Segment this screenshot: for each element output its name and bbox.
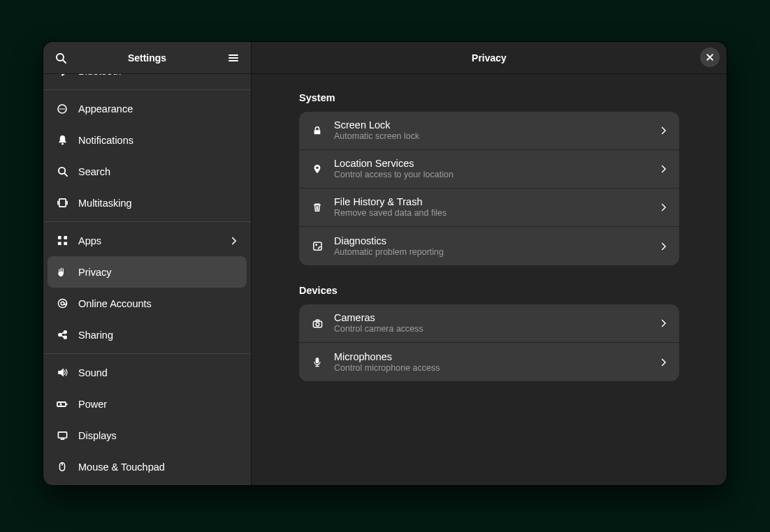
row-location[interactable]: Location Services Control access to your…	[299, 150, 679, 189]
sidebar-item-search[interactable]: Search	[43, 156, 251, 187]
sidebar-item-apps[interactable]: Apps	[43, 225, 251, 256]
chevron-right-icon	[660, 242, 668, 251]
sidebar-item-label: Appearance	[78, 103, 133, 114]
svg-line-1	[63, 60, 66, 63]
at-icon	[56, 297, 68, 310]
svg-rect-15	[64, 242, 67, 245]
row-title: Diagnostics	[334, 235, 650, 247]
svg-point-36	[315, 244, 317, 246]
main-body: System Screen Lock Automatic screen lock	[252, 74, 727, 485]
row-screen-lock[interactable]: Screen Lock Automatic screen lock	[299, 112, 679, 150]
svg-line-22	[61, 335, 64, 337]
chevron-right-icon	[230, 237, 238, 245]
settings-window: Settings Bluetooth	[43, 42, 727, 485]
row-diagnostics[interactable]: Diagnostics Automatic problem reporting	[299, 227, 679, 265]
sidebar-item-label: Sound	[78, 367, 108, 378]
card-list-system: Screen Lock Automatic screen lock Locati…	[299, 112, 679, 265]
sidebar-separator	[43, 89, 251, 90]
row-title: Screen Lock	[334, 119, 650, 131]
svg-rect-14	[57, 242, 61, 245]
sidebar-item-sharing[interactable]: Sharing	[43, 319, 251, 350]
hand-icon	[56, 266, 68, 279]
row-title: Cameras	[334, 311, 650, 324]
section-header-system: System	[299, 92, 679, 103]
chevron-right-icon	[660, 165, 668, 173]
row-subtitle: Automatic screen lock	[334, 131, 650, 142]
svg-point-38	[316, 323, 319, 326]
page-title: Privacy	[472, 52, 507, 64]
appearance-icon	[56, 103, 68, 115]
sidebar-item-label: Search	[78, 166, 110, 177]
svg-rect-12	[57, 236, 61, 239]
apps-icon	[56, 235, 68, 247]
speaker-icon	[56, 367, 68, 379]
svg-rect-9	[59, 199, 65, 207]
search-icon	[56, 165, 68, 178]
sidebar-item-label: Multitasking	[78, 198, 132, 209]
sidebar-item-sound[interactable]: Sound	[43, 357, 251, 388]
row-text: Microphones Control microphone access	[334, 350, 650, 374]
row-subtitle: Control access to your location	[334, 170, 650, 181]
sidebar-item-power[interactable]: Power	[43, 388, 251, 420]
chevron-right-icon	[660, 126, 668, 135]
sidebar-scroll[interactable]: Bluetooth Appearance Notifications	[43, 74, 251, 485]
row-title: Microphones	[334, 350, 650, 363]
sidebar: Settings Bluetooth	[43, 42, 252, 485]
svg-rect-39	[316, 358, 319, 363]
row-subtitle: Control camera access	[334, 324, 650, 335]
sidebar-separator	[43, 353, 251, 354]
svg-rect-35	[313, 242, 321, 250]
svg-point-32	[316, 167, 319, 170]
chevron-right-icon	[660, 358, 668, 367]
trash-icon	[310, 200, 324, 214]
sidebar-item-label: Apps	[78, 235, 101, 246]
sidebar-item-label: Sharing	[78, 330, 113, 341]
search-button[interactable]	[50, 47, 71, 68]
sidebar-item-label: Privacy	[78, 267, 112, 278]
row-file-history[interactable]: File History & Trash Remove saved data a…	[299, 189, 679, 227]
display-icon	[56, 429, 68, 442]
svg-line-21	[61, 332, 64, 334]
camera-icon	[310, 316, 324, 330]
sidebar-item-label: Power	[78, 399, 107, 410]
row-subtitle: Remove saved data and files	[334, 208, 650, 219]
sidebar-item-online-accounts[interactable]: Online Accounts	[43, 288, 251, 319]
sidebar-item-bluetooth[interactable]: Bluetooth	[43, 74, 251, 87]
sidebar-item-privacy[interactable]: Privacy	[48, 256, 247, 288]
bluetooth-icon	[56, 74, 68, 77]
search-icon	[55, 52, 66, 64]
chevron-right-icon	[660, 319, 668, 327]
lock-icon	[310, 124, 324, 138]
sidebar-item-appearance[interactable]: Appearance	[43, 93, 251, 124]
card-list-devices: Cameras Control camera access Microphone…	[299, 304, 679, 381]
row-subtitle: Automatic problem reporting	[334, 247, 650, 258]
sidebar-item-label: Mouse & Touchpad	[78, 461, 165, 473]
svg-rect-31	[314, 130, 321, 134]
multitasking-icon	[56, 197, 68, 209]
battery-icon	[56, 398, 68, 411]
row-title: Location Services	[334, 157, 650, 170]
sidebar-item-notifications[interactable]: Notifications	[43, 124, 251, 156]
close-button[interactable]	[700, 47, 720, 67]
sidebar-header: Settings	[43, 42, 251, 74]
row-title: File History & Trash	[334, 195, 650, 208]
bell-icon	[56, 134, 68, 147]
sidebar-item-label: Displays	[78, 430, 117, 441]
row-subtitle: Control microphone access	[334, 363, 650, 374]
svg-rect-25	[58, 432, 66, 438]
svg-line-8	[64, 173, 67, 176]
sidebar-item-displays[interactable]: Displays	[43, 420, 251, 451]
section-header-devices: Devices	[299, 285, 679, 296]
row-microphones[interactable]: Microphones Control microphone access	[299, 343, 679, 381]
hamburger-icon	[228, 52, 239, 64]
microphone-icon	[310, 355, 324, 369]
chevron-right-icon	[660, 203, 668, 212]
row-cameras[interactable]: Cameras Control camera access	[299, 304, 679, 343]
sidebar-item-mouse[interactable]: Mouse & Touchpad	[43, 451, 251, 482]
svg-rect-13	[64, 236, 67, 239]
sidebar-item-multitasking[interactable]: Multitasking	[43, 187, 251, 219]
location-icon	[310, 162, 324, 176]
row-text: Screen Lock Automatic screen lock	[334, 119, 650, 142]
sidebar-list: Bluetooth Appearance Notifications	[43, 74, 251, 482]
hamburger-menu-button[interactable]	[223, 47, 244, 68]
